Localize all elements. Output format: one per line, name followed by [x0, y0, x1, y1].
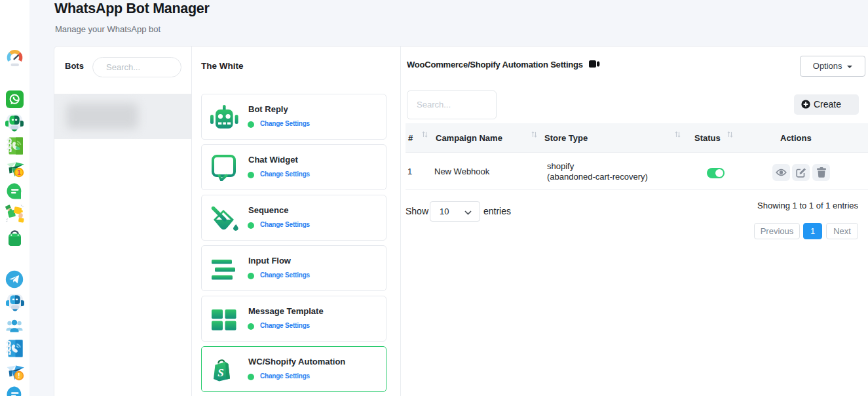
svg-text:S: S [217, 366, 223, 379]
svg-text:1: 1 [17, 169, 21, 176]
svg-text:!: ! [18, 372, 20, 380]
